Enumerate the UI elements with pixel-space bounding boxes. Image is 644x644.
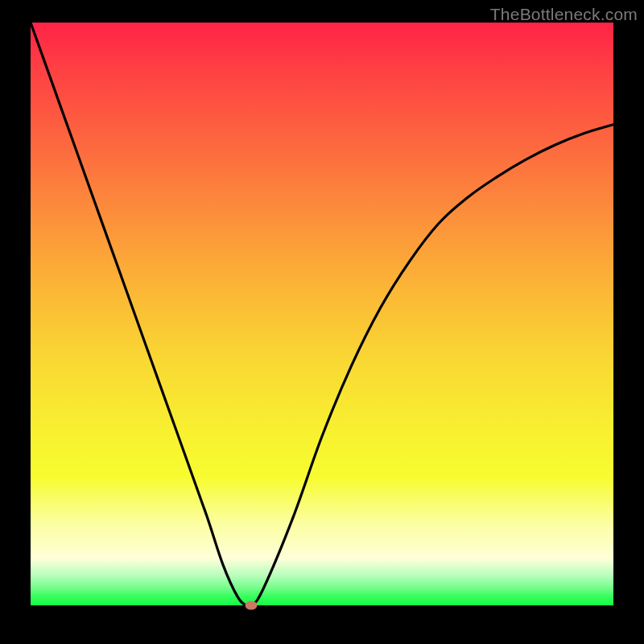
bottleneck-curve [31, 23, 613, 605]
curve-path [31, 23, 613, 607]
watermark-text: TheBottleneck.com [490, 5, 638, 24]
chart-container: TheBottleneck.com [0, 0, 644, 644]
minimum-marker [245, 601, 257, 610]
plot-area [31, 23, 613, 605]
